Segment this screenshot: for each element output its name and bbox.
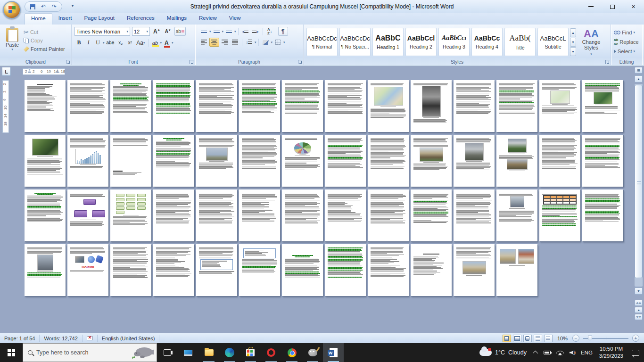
clear-formatting-button[interactable]: ab (174, 27, 186, 36)
cut-button[interactable]: ✂Cut (23, 28, 66, 36)
taskbar-app-store[interactable] (240, 343, 261, 362)
taskbar-app-explorer[interactable] (198, 343, 219, 362)
taskbar-app-gimp[interactable] (302, 343, 323, 362)
scrollbar-thumb[interactable] (635, 85, 643, 278)
page-thumbnail[interactable] (368, 244, 409, 296)
page-thumbnail[interactable] (25, 80, 66, 132)
page-thumbnail[interactable] (325, 135, 366, 187)
page-thumbnail[interactable] (282, 135, 323, 187)
fullscreen-reading-view-button[interactable] (513, 335, 521, 342)
font-color-dropdown-arrow[interactable]: ▾ (172, 41, 173, 45)
save-icon[interactable] (29, 3, 36, 10)
volume-icon[interactable]: )) (567, 350, 578, 355)
page-thumbnail[interactable] (153, 244, 194, 296)
clipboard-dialog-launcher[interactable] (66, 60, 70, 64)
print-layout-view-button[interactable] (503, 335, 511, 342)
style-heading-4[interactable]: AaBbCcHeading 4 (471, 28, 503, 56)
tab-page-layout[interactable]: Page Layout (78, 13, 121, 25)
office-button[interactable] (3, 1, 21, 19)
draft-view-button[interactable] (544, 335, 553, 342)
bullets-dropdown-arrow[interactable]: ▾ (209, 30, 211, 33)
page-thumbnail[interactable] (368, 135, 409, 187)
grow-font-button[interactable]: A▲ (152, 27, 162, 36)
page-thumbnail[interactable] (325, 189, 366, 241)
page-thumbnail[interactable] (153, 189, 194, 241)
page-thumbnail[interactable] (110, 135, 151, 187)
paragraph-dialog-launcher[interactable] (298, 60, 302, 64)
change-styles-button[interactable]: AA Change Styles▾ (577, 26, 605, 58)
customize-qat-icon[interactable]: ▾ (72, 4, 74, 8)
bold-button[interactable]: B (74, 38, 83, 47)
battery-icon[interactable] (541, 351, 553, 354)
select-button[interactable]: Select▾ (613, 47, 640, 56)
page-thumbnail[interactable] (325, 244, 366, 296)
page-thumbnail[interactable] (539, 80, 580, 132)
page-thumbnail[interactable] (196, 189, 237, 241)
taskbar-app-chrome[interactable] (281, 343, 302, 362)
tab-view[interactable]: View (223, 13, 247, 25)
taskbar-app-opera[interactable] (261, 343, 281, 362)
horizontal-ruler[interactable]: 226101418 (23, 68, 65, 75)
taskbar-app-pc[interactable] (178, 343, 198, 362)
start-button[interactable] (0, 343, 23, 362)
page-thumbnail[interactable] (368, 189, 409, 241)
page-thumbnail[interactable] (239, 135, 280, 187)
page-thumbnail[interactable] (496, 80, 537, 132)
underline-dropdown-arrow[interactable]: ▾ (103, 41, 105, 45)
redo-icon[interactable]: ↷ (50, 3, 58, 10)
page-thumbnail[interactable] (411, 244, 452, 296)
zoom-out-button[interactable]: − (572, 335, 579, 342)
page-thumbnail[interactable] (582, 135, 623, 187)
page-thumbnail[interactable] (539, 189, 580, 241)
paste-dropdown-arrow[interactable]: ▾ (2, 48, 23, 51)
tab-insert[interactable]: Insert (52, 13, 78, 25)
highlight-button[interactable]: ab (150, 38, 159, 47)
previous-page-icon[interactable]: ⏶⏶ (635, 300, 643, 306)
page-thumbnail[interactable] (282, 80, 323, 132)
font-size-combo[interactable]: 12▾ (132, 27, 150, 36)
show-hide-marks-button[interactable]: ¶ (278, 27, 288, 36)
page-thumbnail[interactable] (325, 80, 366, 132)
numbering-dropdown-arrow[interactable]: ▾ (222, 30, 224, 33)
page-thumbnail[interactable] (110, 80, 151, 132)
taskbar-app-edge[interactable] (219, 343, 240, 362)
task-view-button[interactable] (157, 343, 178, 362)
page-thumbnail[interactable] (25, 135, 66, 187)
clock[interactable]: 10:50 PM 3/29/2023 (595, 346, 627, 360)
taskbar-search[interactable]: Type here to search (23, 343, 157, 362)
tab-home[interactable]: Home (25, 13, 52, 25)
shading-button[interactable] (261, 38, 271, 47)
shrink-font-button[interactable]: A▼ (164, 27, 173, 36)
language-indicator[interactable]: English (United States) (98, 335, 160, 342)
tab-mailings[interactable]: Mailings (161, 13, 193, 25)
page-thumbnail[interactable] (67, 189, 108, 241)
page-thumbnail[interactable] (282, 189, 323, 241)
page-thumbnail[interactable] (454, 189, 495, 241)
styles-dialog-launcher[interactable] (605, 60, 610, 64)
page-thumbnail[interactable] (153, 80, 194, 132)
page-thumbnail[interactable] (110, 189, 151, 241)
align-center-button[interactable] (209, 38, 219, 47)
style-heading-1[interactable]: AaBbCHeading 1 (372, 28, 404, 56)
zoom-in-button[interactable]: + (632, 335, 639, 342)
page-thumbnail[interactable] (539, 135, 580, 187)
page-thumbnail[interactable] (411, 80, 452, 132)
line-spacing-button[interactable]: ↕ (244, 38, 254, 47)
page-thumbnail[interactable] (67, 80, 108, 132)
font-dialog-launcher[interactable] (190, 60, 194, 64)
browse-object-icon[interactable]: ● (635, 307, 643, 313)
style-title[interactable]: AaBb(Title (504, 28, 536, 56)
minimize-button[interactable] (580, 0, 602, 13)
page-thumbnail[interactable] (454, 135, 495, 187)
page-thumbnail[interactable] (239, 189, 280, 241)
font-family-combo[interactable]: Times New Roman▾ (74, 27, 130, 36)
outline-view-button[interactable] (534, 335, 542, 342)
replace-button[interactable]: abacReplace (613, 37, 640, 47)
sort-button[interactable]: AZ↓ (265, 27, 275, 36)
document-area[interactable]: Holcim ▦ ▲ ▼ ⏶⏶ ● ⏷⏷ (0, 66, 644, 333)
manatee-search-highlight-image[interactable] (130, 345, 155, 362)
page-thumbnail[interactable] (196, 244, 237, 296)
style--no-spaci-[interactable]: AaBbCcDc¶ No Spaci... (339, 28, 371, 56)
page-thumbnail[interactable] (496, 189, 537, 241)
tab-references[interactable]: References (121, 13, 161, 25)
